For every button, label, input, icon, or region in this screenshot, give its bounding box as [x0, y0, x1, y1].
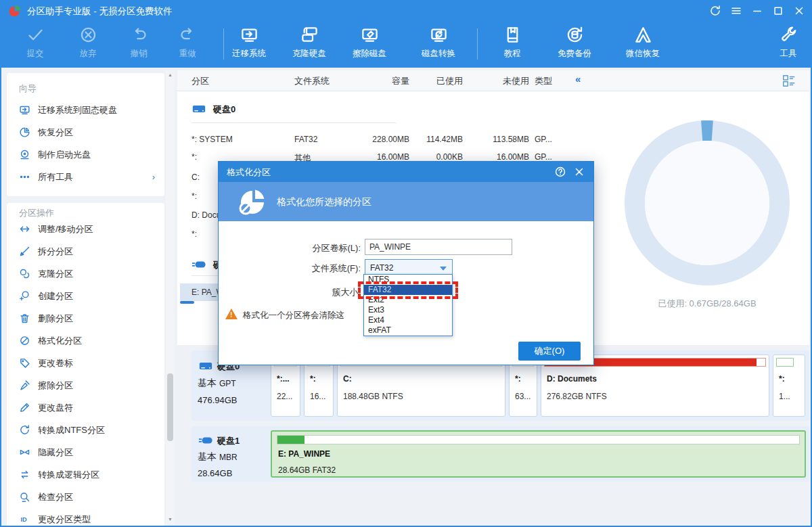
- toolbar: 提交放弃撤销重做迁移系统克隆硬盘擦除磁盘磁盘转换教程免费备份微信恢复工具: [0, 22, 812, 68]
- sidebar-item-label: 转换成逻辑分区: [38, 469, 99, 481]
- sidebar-item-wipe-partition[interactable]: 擦除分区: [7, 374, 164, 396]
- close-icon[interactable]: [573, 166, 585, 178]
- warning-text: 格式化一个分区将会清除这: [243, 310, 344, 321]
- filesystem-option-ext4[interactable]: Ext4: [364, 315, 452, 325]
- sidebar-item-label: 恢复分区: [38, 127, 73, 139]
- delete-icon: [19, 313, 30, 324]
- sidebar-item-split[interactable]: 拆分分区: [7, 240, 164, 262]
- sidebar-item-create[interactable]: 创建分区: [7, 285, 164, 307]
- filesystem-dropdown[interactable]: FAT32: [365, 259, 453, 275]
- filesystem-option-ext2[interactable]: Ext2: [364, 295, 452, 305]
- toolbar-tools-button[interactable]: 工具: [760, 26, 812, 60]
- change-letter-icon: [19, 402, 30, 413]
- convert-disk-icon: [430, 26, 448, 44]
- disk0-group-row[interactable]: 硬盘0: [177, 99, 597, 119]
- menu-icon[interactable]: [730, 5, 742, 17]
- refresh-icon[interactable]: [709, 5, 721, 17]
- close-icon[interactable]: [793, 5, 805, 17]
- sidebar-item-change-label[interactable]: 更改卷标: [7, 352, 164, 374]
- sidebar-item-label: 格式化分区: [38, 335, 82, 347]
- col-partition: 分区: [191, 75, 209, 87]
- sidebar-item-convert-logical[interactable]: 转换成逻辑分区: [7, 463, 164, 486]
- view-toggle-icon[interactable]: [782, 73, 796, 88]
- toolbar-convert-disk-button[interactable]: 磁盘转换: [410, 26, 467, 60]
- filesystem-option-ntfs[interactable]: NTFS: [364, 275, 452, 285]
- usage-donut-chart: [612, 108, 802, 298]
- scrollbar-thumb[interactable]: [167, 373, 173, 441]
- hdd-icon: [197, 359, 215, 373]
- col-unused: 未使用: [482, 75, 529, 87]
- usage-strip: [277, 435, 800, 444]
- partition-title: C:: [343, 374, 352, 384]
- ok-button[interactable]: 确定(O): [518, 342, 581, 361]
- maximize-icon[interactable]: [772, 5, 784, 17]
- toolbar-discard-button[interactable]: 放弃: [60, 26, 116, 60]
- scroll-down-icon[interactable]: ▼: [166, 515, 175, 524]
- sidebar-item-check-partition[interactable]: 检查分区: [7, 486, 164, 508]
- toolbar-backup-button[interactable]: 免费备份: [546, 26, 603, 60]
- partition-block[interactable]: *:1...: [773, 354, 805, 417]
- filesystem-option-ext3[interactable]: Ext3: [364, 305, 452, 315]
- toolbar-migrate-os-button[interactable]: 迁移系统: [221, 26, 277, 60]
- minimize-icon[interactable]: [751, 5, 763, 17]
- sidebar-item-label: 所有工具: [38, 171, 73, 183]
- discard-icon: [79, 26, 97, 44]
- clone-partition-icon: [19, 268, 30, 279]
- toolbar-label: 放弃: [60, 48, 116, 60]
- toolbar-redo-button[interactable]: 重做: [159, 26, 216, 60]
- sidebar-item-adjust-move[interactable]: 调整/移动分区: [7, 218, 164, 240]
- col-used: 已使用: [415, 75, 463, 87]
- sidebar-item-migrate-ssd[interactable]: 迁移系统到固态硬盘: [7, 99, 164, 121]
- sidebar-item-format[interactable]: 格式化分区: [7, 329, 164, 352]
- sidebar-item-convert-ntfs[interactable]: 转换成NTFS分区: [7, 419, 164, 441]
- dialog-banner: 格式化您所选择的分区: [219, 182, 593, 221]
- partition-block-e[interactable]: E: PA_WINPE 28.64GB FAT32: [271, 430, 806, 478]
- sidebar-item-recover-partition[interactable]: 恢复分区: [7, 121, 164, 143]
- volume-label-input[interactable]: [365, 239, 512, 255]
- sidebar-item-change-letter[interactable]: 更改盘符: [7, 396, 164, 419]
- toolbar-wipe-disk-button[interactable]: 擦除磁盘: [341, 26, 398, 60]
- sidebar-wizard-card: 向导迁移系统到固态硬盘恢复分区制作启动光盘所有工具›: [7, 73, 164, 196]
- toolbar-check-button[interactable]: 提交: [7, 26, 64, 60]
- toolbar-tutorial-button[interactable]: 教程: [484, 26, 541, 60]
- sidebar-item-change-type-id[interactable]: ID更改分区类型: [7, 508, 164, 527]
- redo-icon: [179, 26, 197, 44]
- window-title: 分区助手专业版 - 无损分区免费软件: [27, 5, 173, 18]
- split-icon: [19, 246, 30, 257]
- toolbar-clone-disk-button[interactable]: 克隆硬盘: [281, 26, 338, 60]
- filesystem-option-fat32[interactable]: FAT32: [364, 285, 452, 295]
- collapse-columns-icon[interactable]: «: [575, 73, 581, 85]
- title-bar: 分区助手专业版 - 无损分区免费软件: [0, 0, 812, 22]
- tools-icon: [780, 26, 798, 44]
- sidebar-item-label: 检查分区: [38, 491, 73, 503]
- toolbar-wechat-recovery-button[interactable]: 微信恢复: [614, 26, 671, 60]
- change-label-icon: [19, 357, 30, 369]
- sidebar-item-hide-partition[interactable]: 隐藏分区: [7, 441, 164, 463]
- sidebar-operations-card: 分区操作调整/移动分区拆分分区克隆分区创建分区删除分区格式化分区更改卷标擦除分区…: [7, 203, 164, 527]
- sidebar-item-make-boot-disc[interactable]: 制作启动光盘: [7, 143, 164, 166]
- backup-icon: [566, 26, 584, 44]
- clone-disk-icon: [300, 26, 319, 44]
- tutorial-icon: [503, 26, 522, 44]
- sidebar-item-label: 更改分区类型: [38, 513, 91, 526]
- disk1-info[interactable]: 硬盘1 基本MBR 28.64GB: [191, 426, 270, 482]
- sidebar-item-clone-partition[interactable]: 克隆分区: [7, 262, 164, 285]
- table-row-system[interactable]: *: SYSTEM FAT32 228.00MB 114.42MB 113.58…: [177, 131, 594, 148]
- sidebar-item-delete[interactable]: 删除分区: [7, 307, 164, 329]
- disk-meta: 基本MBR: [198, 451, 238, 463]
- help-icon[interactable]: [554, 166, 566, 178]
- toolbar-label: 提交: [7, 48, 64, 60]
- sidebar-item-all-tools[interactable]: 所有工具›: [7, 166, 164, 188]
- scroll-up-icon[interactable]: ▲: [166, 70, 175, 80]
- filesystem-option-exfat[interactable]: exFAT: [364, 325, 452, 336]
- wechat-recovery-icon: [634, 26, 652, 44]
- disk-size: 476.94GB: [198, 395, 238, 405]
- dialog-title-bar[interactable]: 格式化分区: [219, 162, 593, 182]
- warning-icon: !: [225, 308, 238, 319]
- partition-info: 63...: [515, 392, 531, 401]
- sidebar-scrollbar[interactable]: ▲ ▼: [166, 70, 175, 524]
- disk-bus: 基本: [198, 377, 217, 388]
- partition-info: 22...: [277, 392, 292, 401]
- sidebar-item-label: 拆分分区: [38, 246, 73, 258]
- format-pie-icon: [238, 187, 267, 216]
